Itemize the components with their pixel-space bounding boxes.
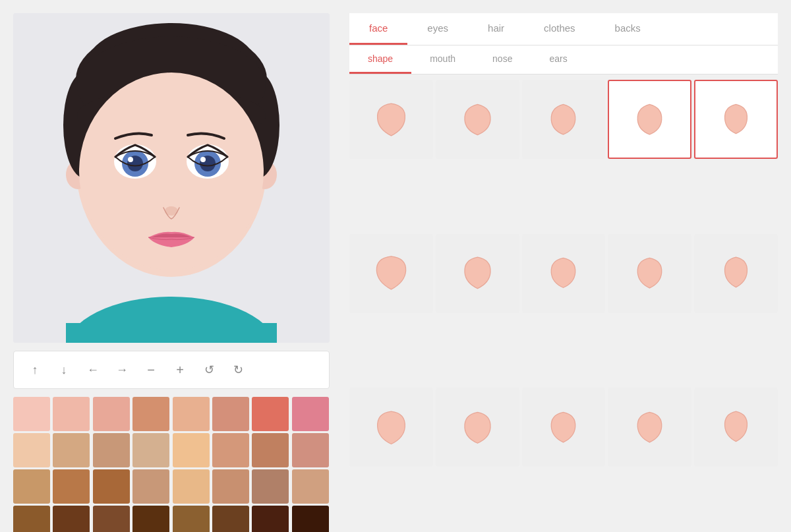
color-swatch-14[interactable] xyxy=(252,433,289,467)
shape-icon-0 xyxy=(370,92,413,148)
color-swatch-23[interactable] xyxy=(292,469,329,504)
shape-cell-9[interactable] xyxy=(694,234,778,313)
sub-tab-shape[interactable]: shape xyxy=(349,45,411,74)
svg-point-18 xyxy=(128,157,133,162)
color-swatch-31[interactable] xyxy=(292,506,329,532)
color-swatch-27[interactable] xyxy=(132,506,169,532)
color-swatch-0[interactable] xyxy=(13,397,50,431)
color-swatch-3[interactable] xyxy=(132,397,169,431)
color-swatch-10[interactable] xyxy=(93,433,130,467)
color-swatch-20[interactable] xyxy=(173,469,210,504)
color-swatch-7[interactable] xyxy=(292,397,329,431)
main-tab-backs[interactable]: backs xyxy=(595,13,660,45)
color-swatch-19[interactable] xyxy=(132,469,169,504)
shape-icon-9 xyxy=(715,245,757,301)
shape-icon-1 xyxy=(456,92,499,148)
shape-cell-6[interactable] xyxy=(436,234,519,313)
move-right-button[interactable]: → xyxy=(110,358,134,382)
sub-tab-ears[interactable]: ears xyxy=(531,45,585,74)
color-swatch-25[interactable] xyxy=(53,506,90,532)
color-swatch-18[interactable] xyxy=(93,469,130,504)
color-swatch-29[interactable] xyxy=(212,506,249,532)
color-swatch-26[interactable] xyxy=(93,506,130,532)
color-swatch-1[interactable] xyxy=(53,397,90,431)
shape-cell-4[interactable] xyxy=(694,80,778,159)
color-swatch-15[interactable] xyxy=(292,433,329,467)
zoom-out-button[interactable]: − xyxy=(139,358,163,382)
shape-cell-2[interactable] xyxy=(522,80,606,159)
redo-button[interactable]: ↻ xyxy=(226,358,250,382)
color-swatch-17[interactable] xyxy=(53,469,90,504)
color-swatch-8[interactable] xyxy=(13,433,50,467)
main-tab-face[interactable]: face xyxy=(349,13,407,45)
zoom-in-button[interactable]: + xyxy=(168,358,192,382)
main-tab-hair[interactable]: hair xyxy=(468,13,524,45)
color-swatch-12[interactable] xyxy=(173,433,210,467)
sub-tab-nose[interactable]: nose xyxy=(474,45,531,74)
shape-cell-14[interactable] xyxy=(694,388,778,467)
shape-cell-0[interactable] xyxy=(349,80,433,159)
right-panel: faceeyeshairclothesbacks shapemouthnosee… xyxy=(343,0,791,532)
color-swatch-22[interactable] xyxy=(252,469,289,504)
shape-cell-11[interactable] xyxy=(436,388,519,467)
shape-cell-7[interactable] xyxy=(522,234,606,313)
color-swatch-2[interactable] xyxy=(93,397,130,431)
color-swatch-21[interactable] xyxy=(212,469,249,504)
color-swatch-5[interactable] xyxy=(212,397,249,431)
color-swatch-30[interactable] xyxy=(252,506,289,532)
color-swatch-24[interactable] xyxy=(13,506,50,532)
main-tabs: faceeyeshairclothesbacks xyxy=(349,13,778,45)
shape-icon-4 xyxy=(715,92,757,148)
move-down-button[interactable]: ↓ xyxy=(52,358,76,382)
svg-rect-4 xyxy=(66,323,277,343)
left-panel: ↑ ↓ ← → − + ↺ ↻ xyxy=(0,0,343,532)
shape-cell-5[interactable] xyxy=(349,234,433,313)
toolbar: ↑ ↓ ← → − + ↺ ↻ xyxy=(13,351,330,389)
sub-tabs: shapemouthnoseears xyxy=(349,45,778,74)
shape-cell-12[interactable] xyxy=(522,388,606,467)
shape-icon-11 xyxy=(456,399,499,456)
move-up-button[interactable]: ↑ xyxy=(23,358,47,382)
move-left-button[interactable]: ← xyxy=(81,358,105,382)
color-swatch-11[interactable] xyxy=(132,433,169,467)
color-swatch-6[interactable] xyxy=(252,397,289,431)
shape-icon-7 xyxy=(542,245,585,301)
shape-icon-8 xyxy=(628,245,671,301)
shape-cell-10[interactable] xyxy=(349,388,433,467)
shape-icon-10 xyxy=(370,399,413,456)
color-swatch-9[interactable] xyxy=(53,433,90,467)
shape-cell-3[interactable] xyxy=(608,80,691,159)
undo-button[interactable]: ↺ xyxy=(197,358,221,382)
shape-cell-1[interactable] xyxy=(436,80,519,159)
svg-point-22 xyxy=(200,157,206,162)
shape-icon-13 xyxy=(628,399,671,456)
shape-icon-3 xyxy=(628,92,671,148)
shape-icon-2 xyxy=(542,92,585,148)
main-tab-clothes[interactable]: clothes xyxy=(524,13,595,45)
color-swatch-4[interactable] xyxy=(173,397,210,431)
shape-grid xyxy=(349,80,778,532)
color-palette xyxy=(13,397,330,532)
shape-icon-6 xyxy=(456,245,499,301)
shape-cell-8[interactable] xyxy=(608,234,691,313)
color-swatch-16[interactable] xyxy=(13,469,50,504)
shape-icon-14 xyxy=(715,399,757,456)
main-tab-eyes[interactable]: eyes xyxy=(407,13,468,45)
avatar-canvas xyxy=(13,13,330,343)
color-swatch-13[interactable] xyxy=(212,433,249,467)
shape-icon-12 xyxy=(542,399,585,456)
color-swatch-28[interactable] xyxy=(173,506,210,532)
shape-icon-5 xyxy=(370,245,413,301)
shape-cell-13[interactable] xyxy=(608,388,691,467)
sub-tab-mouth[interactable]: mouth xyxy=(411,45,474,74)
